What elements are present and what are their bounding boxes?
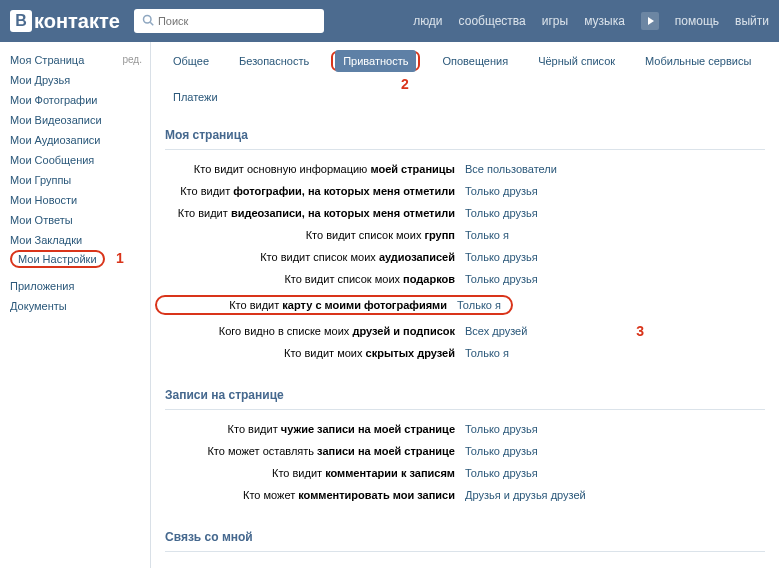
tab-mobile[interactable]: Мобильные сервисы [637,50,759,72]
sidebar-item-label: Моя Страница [10,54,84,66]
play-icon[interactable] [641,12,659,30]
nav-help[interactable]: помощь [675,14,719,28]
privacy-row: Кто видит комментарии к записямТолько др… [165,462,765,484]
privacy-row-value[interactable]: Только я [465,347,509,359]
privacy-row-value[interactable]: Только я [457,299,501,311]
nav-games[interactable]: игры [542,14,568,28]
svg-line-1 [150,22,153,25]
privacy-row-value[interactable]: Только друзья [465,467,538,479]
svg-point-0 [143,15,151,23]
section-my-page: Моя страница Кто видит основную информац… [165,122,765,364]
sidebar-item-photos[interactable]: Мои Фотографии [10,90,150,110]
sidebar-item-groups[interactable]: Мои Группы [10,170,150,190]
sidebar-item-friends[interactable]: Мои Друзья [10,70,150,90]
nav-music[interactable]: музыка [584,14,625,28]
privacy-row: Кто может оставлять записи на моей стран… [165,440,765,462]
tab-blacklist[interactable]: Чёрный список [530,50,623,72]
sidebar-item-answers[interactable]: Мои Ответы [10,210,150,230]
section-wall: Записи на странице Кто видит чужие запис… [165,382,765,506]
logo[interactable]: B контакте [10,10,120,33]
search-input[interactable] [158,15,316,27]
section-title: Связь со мной [165,524,765,552]
privacy-row-label: Кто видит фотографии, на которых меня от… [165,185,465,197]
privacy-row-label: Кто видит основную информацию моей стран… [165,163,465,175]
privacy-row-value[interactable]: Только друзья [465,251,538,263]
privacy-row-value[interactable]: Только друзья [465,207,538,219]
tab-privacy[interactable]: Приватность [335,50,416,72]
nav-communities[interactable]: сообщества [459,14,526,28]
annotation-2: 2 [401,76,409,92]
privacy-row: Кто видит моих скрытых друзейТолько я [165,342,765,364]
main-content: Общее Безопасность Приватность Оповещени… [150,42,779,568]
section-title: Записи на странице [165,382,765,410]
annotation-1: 1 [116,250,124,266]
privacy-row-value[interactable]: Только друзья [465,445,538,457]
tab-payments[interactable]: Платежи [165,86,226,108]
sidebar-item-mypage[interactable]: Моя Страница ред. [10,50,150,70]
settings-tabs: Общее Безопасность Приватность Оповещени… [165,50,765,108]
privacy-row-label: Кого видно в списке моих друзей и подпис… [165,325,465,337]
sidebar-item-news[interactable]: Мои Новости [10,190,150,210]
privacy-row: Кто видит список моих подарковТолько дру… [165,268,765,290]
search-icon [142,14,154,29]
section-contact: Связь со мной [165,524,765,552]
privacy-row-value[interactable]: Только я [465,229,509,241]
logo-text: контакте [34,10,120,33]
privacy-row: Кого видно в списке моих друзей и подпис… [165,320,765,342]
privacy-row-label: Кто видит видеозаписи, на которых меня о… [165,207,465,219]
edit-link[interactable]: ред. [122,54,142,66]
privacy-row: Кто видит видеозаписи, на которых меня о… [165,202,765,224]
privacy-row: Кто видит фотографии, на которых меня от… [165,180,765,202]
privacy-row: Кто видит основную информацию моей стран… [165,158,765,180]
privacy-row-value[interactable]: Только друзья [465,273,538,285]
logo-icon: B [10,10,32,32]
privacy-row-value[interactable]: Друзья и друзья друзей [465,489,586,501]
section-title: Моя страница [165,122,765,150]
sidebar-item-label: Мои Настройки [18,253,97,265]
sidebar: Моя Страница ред. Мои Друзья Мои Фотогра… [0,42,150,568]
nav-people[interactable]: люди [413,14,442,28]
tab-general[interactable]: Общее [165,50,217,72]
tab-security[interactable]: Безопасность [231,50,317,72]
privacy-row-label: Кто видит карту с моими фотографиями [167,299,457,311]
sidebar-item-settings[interactable]: Мои Настройки [10,250,105,268]
top-nav: люди сообщества игры музыка помощь выйти [413,12,769,30]
sidebar-item-docs[interactable]: Документы [10,296,150,316]
privacy-row-label: Кто видит список моих аудиозаписей [165,251,465,263]
privacy-row-value[interactable]: Все пользователи [465,163,557,175]
privacy-row-label: Кто видит список моих подарков [165,273,465,285]
sidebar-item-apps[interactable]: Приложения [10,276,150,296]
privacy-row: Кто видит чужие записи на моей страницеТ… [165,418,765,440]
sidebar-item-audio[interactable]: Мои Аудиозаписи [10,130,150,150]
privacy-row-label: Кто может комментировать мои записи [165,489,465,501]
header: B контакте люди сообщества игры музыка п… [0,0,779,42]
privacy-row: Кто видит список моих аудиозаписейТолько… [165,246,765,268]
privacy-row-value[interactable]: Всех друзей [465,325,527,337]
privacy-row-label: Кто видит моих скрытых друзей [165,347,465,359]
annotation-highlight-tab: Приватность [331,51,420,71]
privacy-row-value[interactable]: Только друзья [465,423,538,435]
search-box[interactable] [134,9,324,33]
privacy-row: Кто видит список моих группТолько я [165,224,765,246]
privacy-row-label: Кто видит чужие записи на моей странице [165,423,465,435]
privacy-row-label: Кто видит список моих групп [165,229,465,241]
privacy-row: Кто может комментировать мои записиДрузь… [165,484,765,506]
sidebar-item-bookmarks[interactable]: Мои Закладки [10,230,150,250]
privacy-row-label: Кто видит комментарии к записям [165,467,465,479]
privacy-row-value[interactable]: Только друзья [465,185,538,197]
sidebar-item-messages[interactable]: Мои Сообщения [10,150,150,170]
annotation-3: 3 [636,323,644,339]
sidebar-item-videos[interactable]: Мои Видеозаписи [10,110,150,130]
nav-logout[interactable]: выйти [735,14,769,28]
privacy-row-label: Кто может оставлять записи на моей стран… [165,445,465,457]
tab-notifications[interactable]: Оповещения [434,50,516,72]
annotation-highlight-row: Кто видит карту с моими фотографиямиТоль… [155,295,513,315]
